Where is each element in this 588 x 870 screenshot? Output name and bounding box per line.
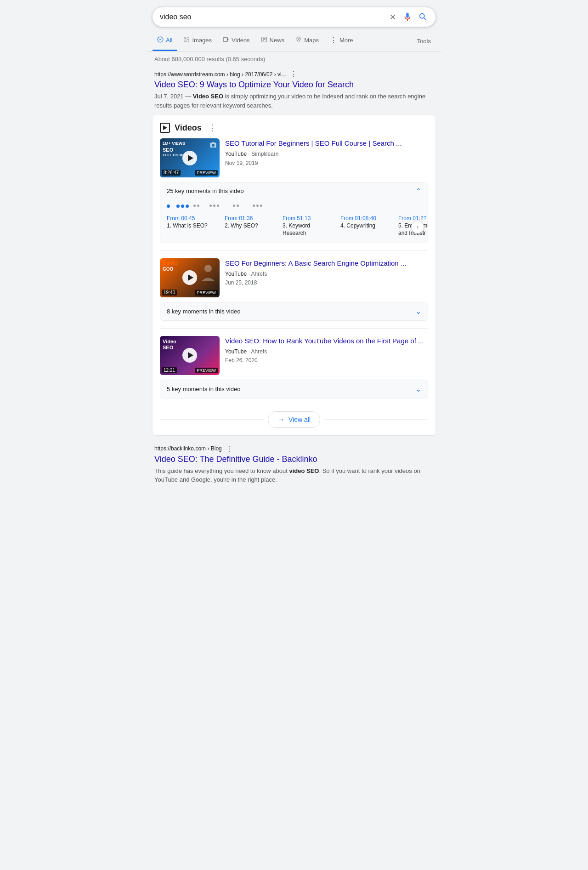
search-input[interactable] [160,13,389,21]
svg-point-2 [186,38,187,39]
preview-badge-1: PREVIEW [195,170,218,176]
chevron-down-icon-3 [415,385,421,393]
dot [181,205,184,208]
view-all-row: → View all [153,406,435,432]
video-meta-2: YouTube · Ahrefs Jun 25, 2018 [225,270,428,287]
more-icon: ⋮ [330,36,337,45]
dot [256,205,259,207]
second-result-title[interactable]: Video SEO: The Definitive Guide - Backli… [154,454,434,465]
dot [193,205,196,207]
video-row-3: Video SEO 12:21 PREVIEW Video SEO: How t… [160,336,428,375]
video-info-2: SEO For Beginners: A Basic Search Engine… [225,258,428,287]
view-all-button[interactable]: → View all [268,411,320,428]
tab-videos[interactable]: Videos [218,31,254,51]
moment-label-2: 2. Why SEO? [225,222,275,230]
video-duration-2: 19:40 [162,290,177,296]
maps-icon [295,36,302,44]
moments-grid-1: From 00:45 1. What is SEO? From 01:36 2.… [160,211,428,242]
dot [176,205,180,208]
tab-images[interactable]: Images [179,31,216,51]
dot [167,205,170,208]
key-moments-2: 8 key moments in this video [160,302,428,321]
video-thumb-1[interactable]: 1M+ VIEWS SEO FULL COURSE 8:26:47 PREVIE… [160,138,220,177]
videos-panel-title: Videos [175,123,202,133]
videos-panel-icon [160,123,170,133]
moment-time-2[interactable]: From 01:36 [225,215,275,222]
key-moments-header-2[interactable]: 8 key moments in this video [160,302,428,320]
timeline-dots-1 [167,203,421,210]
dot [209,205,212,207]
news-icon [261,36,267,44]
video-duration-3: 12:21 [162,367,177,373]
view-all-line-right [324,419,428,420]
chevron-down-icon-2 [415,307,421,316]
video-link-1[interactable]: SEO Tutorial For Beginners | SEO Full Co… [225,138,428,148]
search-button[interactable] [418,12,428,22]
moment-time-3[interactable]: From 51:13 [283,215,333,222]
video-info-1: SEO Tutorial For Beginners | SEO Full Co… [225,138,428,167]
second-result-options-button[interactable]: ⋮ [225,444,234,453]
dot [197,205,199,207]
play-button-3[interactable] [182,348,197,363]
first-result-url: https://www.wordstream.com › blog › 2017… [154,70,434,79]
dot [237,205,239,207]
play-button-2[interactable] [182,270,197,285]
svg-point-9 [298,38,300,40]
key-moments-header-3[interactable]: 5 key moments in this video [160,380,428,398]
moment-item-4: From 01:08:40 4. Copywriting [340,215,391,237]
key-moments-3: 5 key moments in this video [160,380,428,398]
video-row-1: 1M+ VIEWS SEO FULL COURSE 8:26:47 PREVIE… [160,138,428,177]
first-result-snippet: Jul 7, 2021 — Video SEO is simply optimi… [154,92,434,110]
video-link-3[interactable]: Video SEO: How to Rank YouTube Videos on… [225,336,428,346]
moment-time-5[interactable]: From 01:2? [398,215,428,222]
timeline-1 [160,199,428,211]
moment-item-1: From 00:45 1. What is SEO? [167,215,217,237]
thumb-bg-3: Video SEO 12:21 PREVIEW [160,336,220,375]
video-thumb-2[interactable]: IMPRO GOO 19:40 PREVIEW [160,258,220,297]
dot [213,205,215,207]
tab-more[interactable]: ⋮ More [325,30,358,51]
second-result-url: https://backlinko.com › Blog ⋮ [154,444,434,453]
images-icon [183,36,190,44]
arrow-right-icon: → [277,415,285,424]
video-meta-1: YouTube · Simplilearn Nov 19, 2019 [225,150,428,167]
video-meta-3: YouTube · Ahrefs Feb 26, 2020 [225,347,428,365]
search-icons [389,12,428,22]
chevron-up-icon-1 [416,187,421,194]
play-button-1[interactable] [182,151,197,165]
tools-tab[interactable]: Tools [413,32,435,50]
dot [217,205,219,207]
dot [253,205,255,207]
first-result-options-button[interactable]: ⋮ [289,70,298,79]
second-result: https://backlinko.com › Blog ⋮ Video SEO… [147,441,441,490]
videos-more-button[interactable]: ⋮ [208,123,216,133]
moment-label-1: 1. What is SEO? [167,222,217,230]
search-bar-container [147,0,441,27]
moment-time-1[interactable]: From 00:45 [167,215,217,222]
view-all-line-left [160,419,264,420]
tab-maps[interactable]: Maps [291,31,323,51]
video-item-1: 1M+ VIEWS SEO FULL COURSE 8:26:47 PREVIE… [153,138,435,250]
moment-time-4[interactable]: From 01:08:40 [340,215,391,222]
video-link-2[interactable]: SEO For Beginners: A Basic Search Engine… [225,258,428,268]
svg-rect-3 [223,37,227,41]
tab-all[interactable]: All [153,31,177,51]
second-result-snippet: This guide has everything you need to kn… [154,466,434,484]
camera-icon-1 [209,141,217,149]
key-moments-header-1[interactable]: 25 key moments in this video [160,182,428,199]
dot [186,205,189,208]
svg-point-10 [204,265,212,272]
person-icon-2 [201,263,215,283]
video-item-2: IMPRO GOO 19:40 PREVIEW SE [153,251,435,328]
video-thumb-3[interactable]: Video SEO 12:21 PREVIEW [160,336,220,375]
thumb-bg-1: 1M+ VIEWS SEO FULL COURSE 8:26:47 PREVIE… [160,138,220,177]
clear-button[interactable] [389,13,397,21]
video-info-3: Video SEO: How to Rank YouTube Videos on… [225,336,428,365]
voice-search-button[interactable] [402,12,413,22]
tab-news[interactable]: News [256,31,289,51]
moments-next-button[interactable]: › [411,221,424,233]
first-result-title[interactable]: Video SEO: 9 Ways to Optimize Your Video… [154,80,434,90]
nav-tabs: All Images Videos News Maps ⋮ More Tools [147,30,441,52]
improve-text-label: IMPRO GOO [163,261,178,272]
preview-badge-2: PREVIEW [195,290,218,296]
